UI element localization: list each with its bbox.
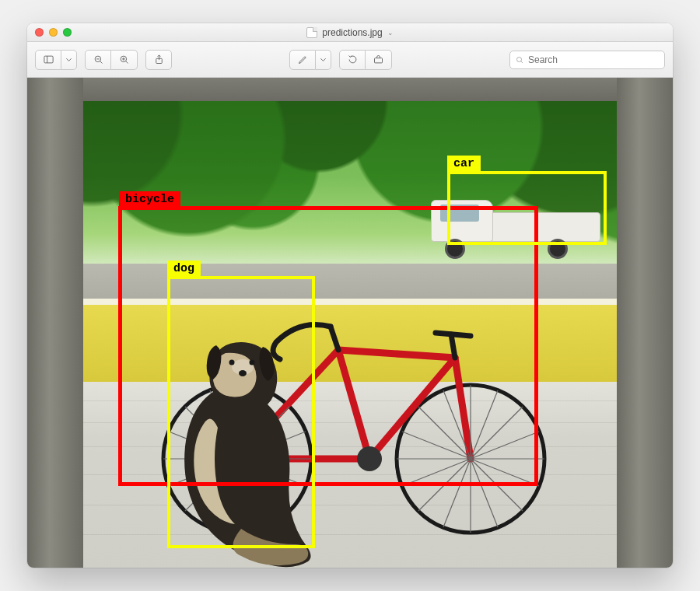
preview-window: predictions.jpg ⌄ bbox=[27, 23, 673, 568]
chevron-down-icon bbox=[317, 54, 329, 65]
search-input[interactable] bbox=[528, 54, 660, 65]
search-field[interactable] bbox=[509, 51, 665, 69]
bbox-dog-label: dog bbox=[167, 261, 201, 277]
traffic-lights bbox=[27, 28, 72, 37]
edit-toolbar-button[interactable] bbox=[366, 50, 392, 70]
bbox-car-label: car bbox=[447, 156, 481, 172]
image-viewport: bicycle dog car bbox=[27, 78, 673, 568]
bbox-car: car bbox=[447, 171, 607, 245]
zoom-out-icon bbox=[93, 54, 104, 65]
svg-point-12 bbox=[517, 57, 522, 61]
svg-rect-0 bbox=[44, 56, 52, 63]
file-icon bbox=[306, 27, 317, 38]
titlebar: predictions.jpg ⌄ bbox=[27, 23, 673, 42]
svg-line-6 bbox=[126, 61, 128, 64]
chevron-down-icon bbox=[63, 54, 75, 65]
zoom-out-button[interactable] bbox=[85, 50, 111, 70]
window-title: predictions.jpg ⌄ bbox=[27, 27, 673, 38]
share-icon bbox=[153, 54, 165, 65]
svg-line-13 bbox=[521, 61, 523, 62]
svg-line-3 bbox=[100, 61, 102, 64]
rotate-icon bbox=[347, 54, 359, 65]
sidebar-icon bbox=[43, 54, 54, 65]
markup-button[interactable] bbox=[289, 50, 316, 70]
zoom-in-button[interactable] bbox=[111, 50, 138, 70]
sidebar-toggle-button[interactable] bbox=[35, 50, 61, 70]
markup-dropdown-button[interactable] bbox=[316, 50, 331, 70]
title-dropdown-caret-icon: ⌄ bbox=[387, 29, 394, 37]
search-icon bbox=[515, 55, 524, 65]
minimize-window-button[interactable] bbox=[49, 28, 58, 37]
svg-rect-11 bbox=[375, 58, 383, 63]
toolbox-icon bbox=[373, 54, 384, 65]
zoom-in-icon bbox=[118, 54, 130, 65]
window-filename: predictions.jpg bbox=[322, 27, 382, 38]
share-button[interactable] bbox=[145, 50, 172, 70]
toolbar bbox=[27, 42, 673, 78]
close-window-button[interactable] bbox=[35, 28, 44, 37]
photo-scene: bicycle dog car bbox=[27, 78, 673, 568]
zoom-window-button[interactable] bbox=[63, 28, 72, 37]
rotate-button[interactable] bbox=[339, 50, 366, 70]
sidebar-dropdown-button[interactable] bbox=[61, 50, 77, 70]
pencil-icon bbox=[297, 54, 309, 65]
bbox-bicycle-label: bicycle bbox=[119, 191, 180, 208]
bbox-dog: dog bbox=[167, 276, 315, 548]
